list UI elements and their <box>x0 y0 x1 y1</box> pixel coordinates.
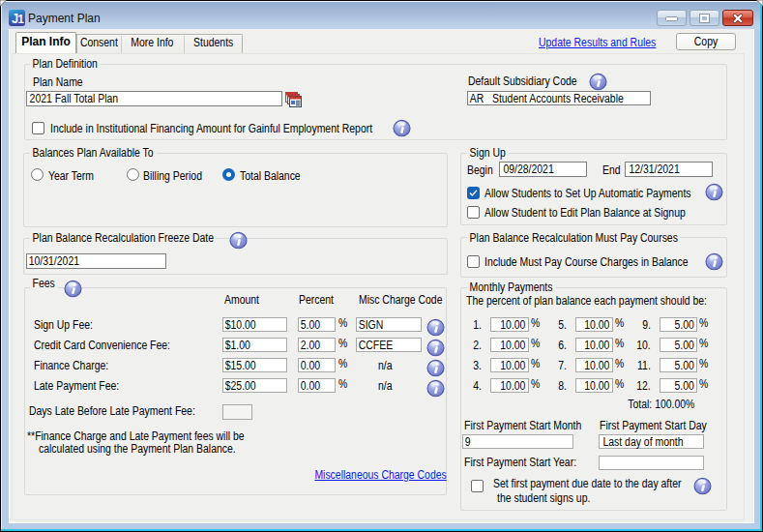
svg-text:1: 1 <box>17 13 24 26</box>
